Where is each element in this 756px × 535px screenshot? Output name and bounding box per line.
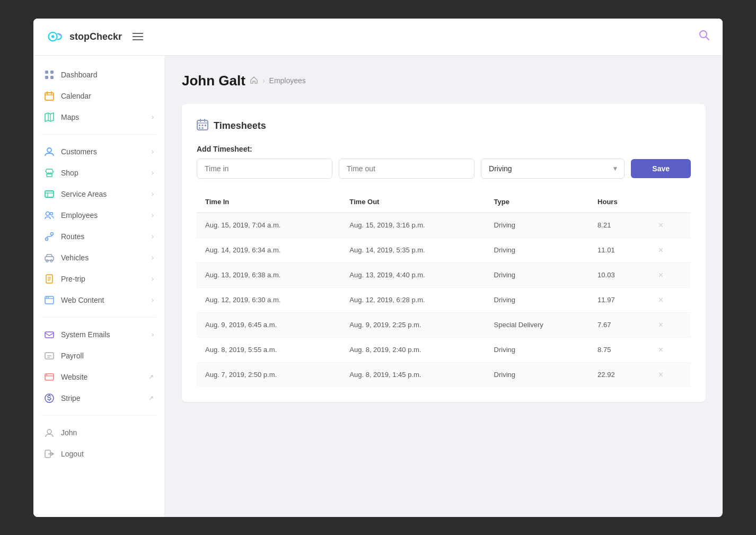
cell-delete[interactable]: × xyxy=(647,238,691,262)
web-content-chevron: › xyxy=(152,296,154,304)
svg-point-21 xyxy=(46,212,50,215)
vehicles-icon xyxy=(44,252,55,263)
delete-row-button[interactable]: × xyxy=(655,369,666,380)
website-external-icon: ↗ xyxy=(148,373,154,381)
sidebar-item-john[interactable]: John xyxy=(33,422,164,443)
svg-rect-56 xyxy=(199,127,200,129)
col-actions xyxy=(647,191,691,213)
sidebar-label-routes: Routes xyxy=(61,232,84,241)
delete-row-button[interactable]: × xyxy=(655,269,666,280)
svg-rect-8 xyxy=(50,76,54,79)
cell-hours: 7.67 xyxy=(589,312,647,337)
sidebar-item-pre-trip[interactable]: Pre-trip › xyxy=(33,268,164,290)
breadcrumb-home-icon[interactable] xyxy=(250,76,258,86)
time-out-input[interactable] xyxy=(339,159,474,179)
svg-point-16 xyxy=(47,148,51,152)
cell-time-in: Aug. 13, 2019, 6:38 a.m. xyxy=(197,262,341,287)
delete-row-button[interactable]: × xyxy=(655,294,666,305)
sidebar-item-logout[interactable]: Logout xyxy=(33,443,164,464)
card-title: Timesheets xyxy=(197,119,691,133)
delete-row-button[interactable]: × xyxy=(655,244,666,256)
maps-icon xyxy=(44,112,55,122)
save-timesheet-button[interactable]: Save xyxy=(631,159,691,178)
cell-hours: 8.75 xyxy=(589,337,647,362)
cell-hours: 8.21 xyxy=(589,213,647,238)
cell-time-in: Aug. 15, 2019, 7:04 a.m. xyxy=(197,213,341,238)
service-areas-icon xyxy=(44,189,55,199)
sidebar-item-payroll[interactable]: Payroll xyxy=(33,345,164,366)
breadcrumb-employees-link[interactable]: Employees xyxy=(269,76,306,85)
cell-type: Driving xyxy=(486,337,589,362)
sidebar-label-dashboard: Dashboard xyxy=(61,71,98,79)
add-timesheet-row: Driving Special Delivery ▼ Save xyxy=(197,159,691,179)
sidebar-item-website[interactable]: Website ↗ xyxy=(33,366,164,388)
sidebar-label-maps: Maps xyxy=(61,113,79,121)
delete-row-button[interactable]: × xyxy=(655,319,666,330)
svg-line-4 xyxy=(706,37,709,40)
svg-point-22 xyxy=(50,212,53,215)
calendar-icon xyxy=(44,91,55,101)
stripe-icon xyxy=(44,393,55,404)
cell-hours: 11.01 xyxy=(589,238,647,262)
svg-rect-9 xyxy=(45,93,54,100)
main-page: John Galt › Employees xyxy=(165,56,723,517)
type-select[interactable]: Driving Special Delivery xyxy=(481,159,625,179)
sidebar-item-dashboard[interactable]: Dashboard xyxy=(33,64,164,85)
service-areas-chevron: › xyxy=(152,190,154,198)
col-time-in: Time In xyxy=(197,191,341,213)
employees-chevron: › xyxy=(152,212,154,219)
stripe-external-icon: ↗ xyxy=(148,394,154,402)
sidebar-label-calendar: Calendar xyxy=(61,92,91,100)
delete-row-button[interactable]: × xyxy=(655,220,666,231)
app-logo: stopCheckr xyxy=(46,27,122,46)
delete-row-button[interactable]: × xyxy=(655,344,666,355)
cell-time-out: Aug. 8, 2019, 1:45 p.m. xyxy=(341,362,485,387)
svg-rect-6 xyxy=(50,71,54,74)
cell-delete[interactable]: × xyxy=(647,213,691,238)
add-timesheet-label: Add Timesheet: xyxy=(197,145,691,153)
time-in-input[interactable] xyxy=(197,159,332,179)
svg-rect-54 xyxy=(202,125,204,126)
sidebar-item-routes[interactable]: Routes › xyxy=(33,226,164,247)
app-name: stopCheckr xyxy=(69,31,122,42)
sidebar-label-customers: Customers xyxy=(61,147,97,156)
search-icon-button[interactable] xyxy=(698,29,710,44)
sidebar-item-system-emails[interactable]: System Emails › xyxy=(33,324,164,345)
maps-chevron: › xyxy=(152,113,154,121)
table-row: Aug. 12, 2019, 6:30 a.m. Aug. 12, 2019, … xyxy=(197,287,691,312)
shop-chevron: › xyxy=(152,169,154,177)
dashboard-icon xyxy=(44,69,55,80)
cell-delete[interactable]: × xyxy=(647,362,691,387)
sidebar-item-shop[interactable]: Shop › xyxy=(33,162,164,183)
cell-time-in: Aug. 12, 2019, 6:30 a.m. xyxy=(197,287,341,312)
cell-delete[interactable]: × xyxy=(647,287,691,312)
cell-time-in: Aug. 14, 2019, 6:34 a.m. xyxy=(197,238,341,262)
sidebar-item-calendar[interactable]: Calendar xyxy=(33,85,164,107)
employees-icon xyxy=(44,210,55,221)
sidebar-item-service-areas[interactable]: Service Areas › xyxy=(33,183,164,205)
cell-time-out: Aug. 12, 2019, 6:28 p.m. xyxy=(341,287,485,312)
hamburger-menu[interactable] xyxy=(133,33,143,40)
sidebar-item-maps[interactable]: Maps › xyxy=(33,107,164,128)
svg-rect-18 xyxy=(45,191,54,197)
sidebar-item-stripe[interactable]: Stripe ↗ xyxy=(33,388,164,409)
cell-delete[interactable]: × xyxy=(647,312,691,337)
svg-rect-53 xyxy=(199,125,200,126)
divider-3 xyxy=(42,415,156,416)
system-emails-chevron: › xyxy=(152,331,154,338)
cell-time-out: Aug. 8, 2019, 2:40 p.m. xyxy=(341,337,485,362)
sidebar-label-john: John xyxy=(61,428,77,437)
sidebar-item-customers[interactable]: Customers › xyxy=(33,141,164,162)
svg-point-34 xyxy=(46,297,47,298)
cell-delete[interactable]: × xyxy=(647,262,691,287)
svg-point-42 xyxy=(46,374,47,375)
website-icon xyxy=(44,372,55,382)
sidebar-label-system-emails: System Emails xyxy=(61,330,110,339)
sidebar-label-vehicles: Vehicles xyxy=(61,253,89,262)
sidebar-item-employees[interactable]: Employees › xyxy=(33,205,164,226)
svg-rect-55 xyxy=(205,125,206,126)
cell-delete[interactable]: × xyxy=(647,337,691,362)
sidebar-item-web-content[interactable]: Web Content › xyxy=(33,290,164,311)
pre-trip-icon xyxy=(44,274,55,284)
sidebar-item-vehicles[interactable]: Vehicles › xyxy=(33,247,164,268)
